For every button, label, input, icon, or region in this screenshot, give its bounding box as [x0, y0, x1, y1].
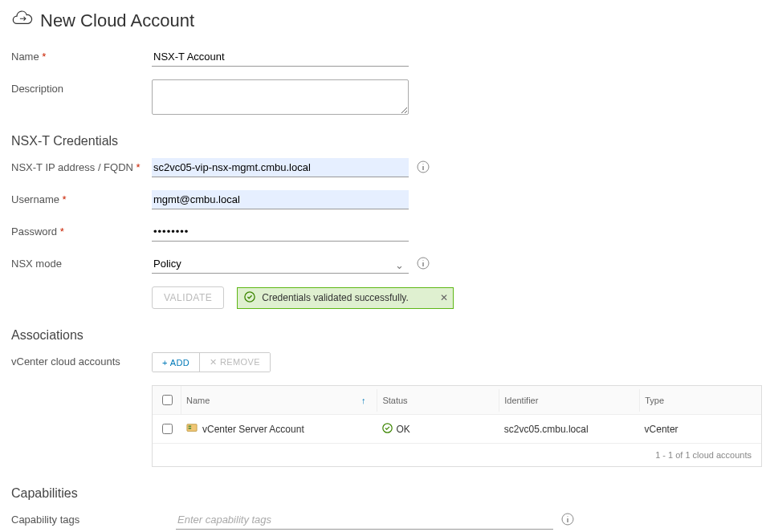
username-input[interactable] — [152, 190, 409, 209]
capabilities-section-title: Capabilities — [11, 486, 755, 501]
vcenter-accounts-label: vCenter cloud accounts — [11, 352, 152, 368]
capability-tags-label: Capability tags — [11, 510, 176, 526]
info-icon[interactable] — [417, 160, 430, 176]
svg-rect-4 — [189, 425, 192, 427]
associations-toolbar: + ADD ✕ REMOVE — [152, 352, 271, 372]
col-identifier-header[interactable]: Identifier — [499, 389, 640, 412]
associations-grid: Name ↑ Status Identifier Type vCenter Se… — [152, 385, 762, 467]
nsx-mode-label: NSX mode — [11, 254, 152, 270]
row-name: vCenter Server Account — [202, 424, 304, 435]
name-input[interactable] — [152, 47, 409, 67]
info-icon[interactable] — [417, 257, 430, 272]
sort-asc-icon[interactable]: ↑ — [361, 396, 373, 405]
credentials-section-title: NSX-T Credentials — [11, 134, 755, 148]
page-title: New Cloud Account — [40, 10, 194, 31]
col-type-header[interactable]: Type — [640, 389, 761, 412]
row-status: OK — [396, 424, 409, 435]
check-circle-icon — [244, 291, 255, 305]
password-input[interactable] — [152, 222, 409, 242]
grid-header: Name ↑ Status Identifier Type — [153, 386, 761, 415]
description-textarea[interactable] — [152, 79, 409, 115]
row-checkbox[interactable] — [162, 424, 173, 434]
svg-rect-5 — [189, 428, 192, 429]
cloud-icon — [11, 8, 34, 33]
validate-button[interactable]: Validate — [152, 286, 224, 309]
associations-section-title: Associations — [11, 328, 755, 343]
nsx-mode-select[interactable]: Policy — [152, 254, 409, 274]
add-association-button[interactable]: + ADD — [153, 353, 200, 372]
fqdn-input[interactable] — [152, 158, 409, 177]
name-label: Name — [11, 47, 152, 63]
row-identifier: sc2vc05.cmbu.local — [499, 417, 640, 441]
vcenter-icon — [186, 422, 198, 436]
username-label: Username — [11, 190, 152, 205]
row-type: vCenter — [640, 417, 761, 441]
fqdn-label: NSX-T IP address / FQDN — [11, 158, 152, 173]
capability-tags-input[interactable] — [176, 510, 553, 530]
info-icon[interactable] — [561, 513, 574, 528]
close-icon[interactable]: ✕ — [440, 292, 448, 303]
description-label: Description — [11, 79, 152, 95]
ok-icon — [382, 423, 393, 436]
validation-message: Credentials validated successfully. — [262, 292, 409, 303]
select-all-checkbox[interactable] — [162, 395, 173, 405]
table-row[interactable]: vCenter Server Account OK sc2vc05.cmbu.l… — [153, 415, 761, 444]
remove-association-button: ✕ REMOVE — [200, 353, 270, 372]
col-status-header[interactable]: Status — [377, 389, 499, 412]
validation-success-alert: Credentials validated successfully. ✕ — [237, 287, 454, 309]
page-header: New Cloud Account — [11, 8, 755, 33]
password-label: Password — [11, 222, 152, 238]
grid-footer: 1 - 1 of 1 cloud accounts — [153, 444, 761, 466]
col-name-header[interactable]: Name — [186, 396, 210, 405]
